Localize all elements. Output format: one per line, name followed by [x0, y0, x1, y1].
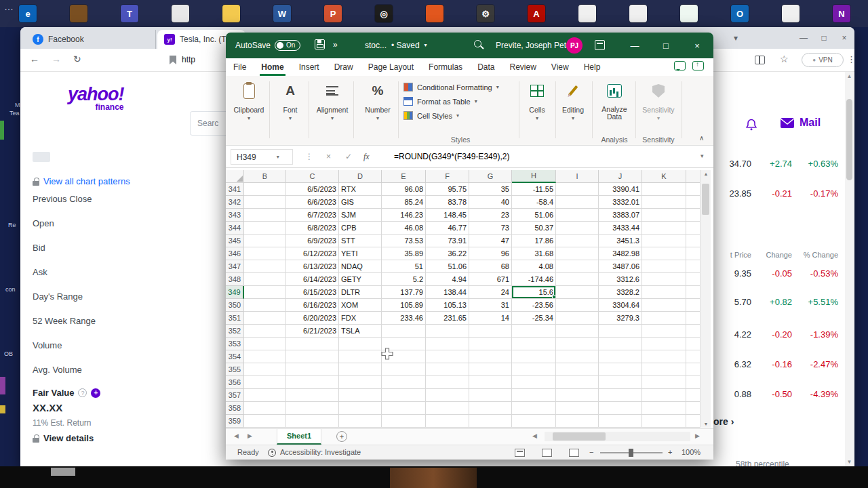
zoom-slider[interactable]	[600, 452, 663, 453]
cell-H347[interactable]: 4.08	[512, 260, 556, 273]
row-header-355[interactable]: 355	[226, 363, 244, 376]
cell-K350[interactable]	[642, 299, 686, 312]
cell-I352[interactable]	[556, 325, 599, 338]
watchlist-row[interactable]: 0.88-0.50-4.39%	[713, 389, 838, 399]
cell-K359[interactable]	[642, 415, 686, 428]
minimize-icon[interactable]: —	[793, 33, 814, 43]
cell-K356[interactable]	[642, 376, 686, 389]
cell-C354[interactable]	[286, 350, 339, 363]
cell-C352[interactable]: 6/21/2023	[286, 325, 339, 338]
cell-C355[interactable]	[286, 363, 339, 376]
analyze-data-button[interactable]: Analyze Data	[595, 79, 633, 121]
flame-icon[interactable]	[426, 5, 443, 22]
ribbon-tab-view[interactable]: View	[544, 58, 576, 76]
cell-J357[interactable]	[599, 389, 642, 402]
cell-I353[interactable]	[556, 338, 599, 350]
cell-B353[interactable]	[244, 338, 286, 350]
cell-K344[interactable]	[642, 222, 686, 235]
row-header-346[interactable]: 346	[226, 247, 244, 260]
zoom-out-icon[interactable]: −	[589, 448, 593, 456]
teams-icon[interactable]: T	[121, 5, 138, 22]
cell-K345[interactable]	[642, 235, 686, 247]
refresh-icon[interactable]: ↻	[73, 54, 81, 64]
cell-B348[interactable]	[244, 273, 286, 286]
scrollbar-thumb[interactable]	[846, 99, 852, 180]
cell-F348[interactable]: 4.94	[426, 273, 469, 286]
cell-I343[interactable]	[556, 209, 599, 222]
word-icon[interactable]: W	[273, 5, 291, 22]
cell-J346[interactable]: 3482.98	[599, 247, 642, 260]
cell-F346[interactable]: 36.22	[426, 247, 469, 260]
cell-K352[interactable]	[642, 325, 686, 338]
cell-K341[interactable]	[642, 183, 686, 196]
horizontal-scrollbar[interactable]	[545, 432, 690, 441]
document-icon[interactable]	[172, 5, 189, 22]
cell-D359[interactable]	[339, 415, 382, 428]
cell-I341[interactable]	[556, 183, 599, 196]
cell-E352[interactable]	[382, 325, 426, 338]
cell-D344[interactable]: CPB	[339, 222, 382, 235]
cell-J344[interactable]: 3433.44	[599, 222, 642, 235]
zoom-level[interactable]: 100%	[682, 448, 701, 456]
cell-H348[interactable]: -174.46	[512, 273, 556, 286]
cell-E359[interactable]	[382, 415, 426, 428]
row-header-348[interactable]: 348	[226, 273, 244, 286]
badge-icon[interactable]: ◎	[375, 5, 393, 22]
cell-J355[interactable]	[599, 363, 642, 376]
cell-B347[interactable]	[244, 260, 286, 273]
cell-I348[interactable]	[556, 273, 599, 286]
maximize-icon[interactable]: □	[814, 33, 834, 43]
watchlist-row[interactable]: 9.35-0.05-0.53%	[713, 268, 838, 279]
cell-H346[interactable]: 31.68	[512, 247, 556, 260]
cell-H354[interactable]	[512, 350, 556, 363]
cell-K351[interactable]	[642, 312, 686, 325]
cell-J359[interactable]	[599, 415, 642, 428]
cell-J351[interactable]: 3279.3	[599, 312, 642, 325]
editing-group-button[interactable]: Editing ▾	[557, 79, 589, 121]
cell-I351[interactable]	[556, 312, 599, 325]
cell-D342[interactable]: GIS	[339, 196, 382, 209]
table-row[interactable]: 353	[226, 338, 700, 350]
cell-I359[interactable]	[556, 415, 599, 428]
cell-D345[interactable]: STT	[339, 235, 382, 247]
cell-G358[interactable]	[469, 402, 512, 415]
cell-F353[interactable]	[426, 338, 469, 350]
name-box[interactable]: H349 ▾	[231, 149, 293, 165]
cell-H352[interactable]	[512, 325, 556, 338]
cell-F350[interactable]: 105.13	[426, 299, 469, 312]
cell-K349[interactable]	[642, 286, 686, 299]
row-header-347[interactable]: 347	[226, 260, 244, 273]
cell-D354[interactable]	[339, 350, 382, 363]
table-row[interactable]: 3446/8/2023CPB46.0846.777350.373433.44	[226, 222, 700, 235]
cell-B343[interactable]	[244, 209, 286, 222]
cell-H359[interactable]	[512, 415, 556, 428]
cell-F342[interactable]: 83.78	[426, 196, 469, 209]
cell-D352[interactable]: TSLA	[339, 325, 382, 338]
ribbon-display-options-icon[interactable]	[595, 40, 605, 50]
cell-G352[interactable]	[469, 325, 512, 338]
cell-I354[interactable]	[556, 350, 599, 363]
cell-H357[interactable]	[512, 389, 556, 402]
cell-I345[interactable]	[556, 235, 599, 247]
cell-D351[interactable]: FDX	[339, 312, 382, 325]
cell-J350[interactable]: 3304.64	[599, 299, 642, 312]
cell-G359[interactable]	[469, 415, 512, 428]
notepad-icon[interactable]	[578, 5, 596, 22]
normal-view-icon[interactable]	[515, 449, 525, 457]
table-row[interactable]: 3456/9/2023STT73.5373.914717.863451.3	[226, 235, 700, 247]
scroll-up-icon[interactable]: ▲	[845, 73, 854, 79]
cell-B341[interactable]	[244, 183, 286, 196]
cell-I356[interactable]	[556, 376, 599, 389]
cell-J347[interactable]: 3487.06	[599, 260, 642, 273]
cell-C342[interactable]: 6/6/2023	[286, 196, 339, 209]
cell-E358[interactable]	[382, 402, 426, 415]
cell-K353[interactable]	[642, 338, 686, 350]
cell-G350[interactable]: 31	[469, 299, 512, 312]
view-details-link[interactable]: View details	[33, 433, 94, 443]
cell-D355[interactable]	[339, 363, 382, 376]
cell-C348[interactable]: 6/14/2023	[286, 273, 339, 286]
cell-G351[interactable]: 14	[469, 312, 512, 325]
cell-C357[interactable]	[286, 389, 339, 402]
cell-G346[interactable]: 96	[469, 247, 512, 260]
add-sheet-icon[interactable]: +	[336, 431, 347, 442]
